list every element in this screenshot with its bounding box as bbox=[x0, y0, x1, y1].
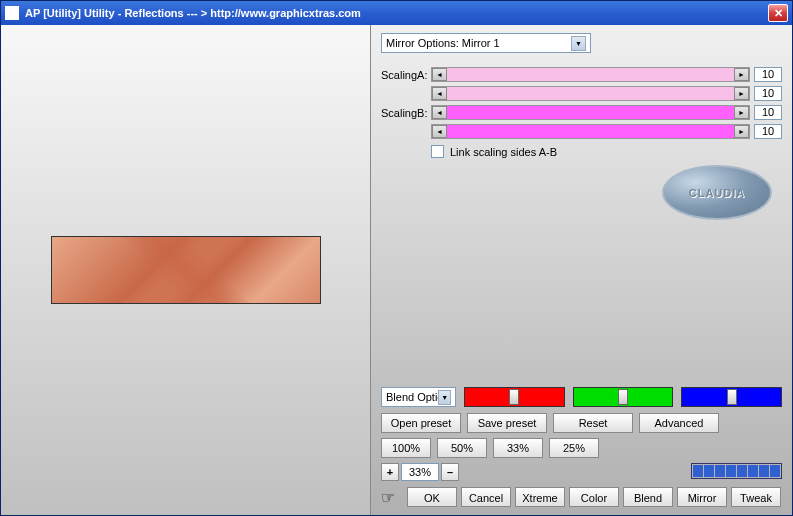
dropdown-value: Mirror Options: Mirror 1 bbox=[386, 37, 500, 49]
scaling-b-label: ScalingB: bbox=[381, 107, 431, 119]
chevron-down-icon: ▼ bbox=[438, 390, 451, 405]
ok-button[interactable]: OK bbox=[407, 487, 457, 507]
preview-image bbox=[51, 236, 321, 304]
close-button[interactable]: ✕ bbox=[768, 4, 788, 22]
scaling-b-value-2[interactable]: 10 bbox=[754, 124, 782, 139]
scroll-left-icon[interactable]: ◄ bbox=[432, 68, 447, 81]
scaling-a-row-2: ◄ ► 10 bbox=[381, 86, 782, 101]
close-icon: ✕ bbox=[774, 7, 783, 20]
content-area: Mirror Options: Mirror 1 ▼ ScalingA: ◄ ►… bbox=[1, 25, 792, 515]
scaling-a-value-1[interactable]: 10 bbox=[754, 67, 782, 82]
percent-row: 100% 50% 33% 25% bbox=[381, 438, 782, 458]
scroll-left-icon[interactable]: ◄ bbox=[432, 106, 447, 119]
progress-segment bbox=[704, 465, 714, 477]
progress-segment bbox=[726, 465, 736, 477]
progress-segment bbox=[759, 465, 769, 477]
scroll-right-icon[interactable]: ► bbox=[734, 68, 749, 81]
scaling-a-row-1: ScalingA: ◄ ► 10 bbox=[381, 67, 782, 82]
pointer-icon: ☞ bbox=[381, 488, 403, 507]
titlebar: AP [Utility] Utility - Reflections --- >… bbox=[1, 1, 792, 25]
reset-button[interactable]: Reset bbox=[553, 413, 633, 433]
bottom-controls: Blend Option ▼ Open preset Save preset R… bbox=[381, 387, 782, 507]
scaling-b-value-1[interactable]: 10 bbox=[754, 105, 782, 120]
mirror-button[interactable]: Mirror bbox=[677, 487, 727, 507]
cancel-button[interactable]: Cancel bbox=[461, 487, 511, 507]
scaling-a-slider-2[interactable]: ◄ ► bbox=[431, 86, 750, 101]
progress-bar bbox=[691, 463, 782, 479]
scaling-b-row-2: ◄ ► 10 bbox=[381, 124, 782, 139]
claudia-badge: CLAUDIA bbox=[662, 165, 772, 220]
scaling-a-slider-1[interactable]: ◄ ► bbox=[431, 67, 750, 82]
progress-segment bbox=[748, 465, 758, 477]
app-icon bbox=[5, 6, 19, 20]
slider-track[interactable] bbox=[447, 125, 734, 138]
tweak-button[interactable]: Tweak bbox=[731, 487, 781, 507]
slider-track[interactable] bbox=[447, 87, 734, 100]
link-scaling-checkbox[interactable] bbox=[431, 145, 444, 158]
xtreme-button[interactable]: Xtreme bbox=[515, 487, 565, 507]
scaling-b-row-1: ScalingB: ◄ ► 10 bbox=[381, 105, 782, 120]
save-preset-button[interactable]: Save preset bbox=[467, 413, 547, 433]
open-preset-button[interactable]: Open preset bbox=[381, 413, 461, 433]
color-button[interactable]: Color bbox=[569, 487, 619, 507]
scaling-b-slider-2[interactable]: ◄ ► bbox=[431, 124, 750, 139]
progress-segment bbox=[737, 465, 747, 477]
zoom-value[interactable]: 33% bbox=[401, 463, 439, 481]
scroll-right-icon[interactable]: ► bbox=[734, 125, 749, 138]
pct-100-button[interactable]: 100% bbox=[381, 438, 431, 458]
scroll-right-icon[interactable]: ► bbox=[734, 87, 749, 100]
slider-thumb[interactable] bbox=[727, 389, 737, 405]
slider-track[interactable] bbox=[447, 106, 734, 119]
scaling-b-slider-1[interactable]: ◄ ► bbox=[431, 105, 750, 120]
scaling-a-label: ScalingA: bbox=[381, 69, 431, 81]
zoom-out-button[interactable]: – bbox=[441, 463, 459, 481]
preview-panel bbox=[1, 25, 371, 515]
slider-thumb[interactable] bbox=[509, 389, 519, 405]
window-title: AP [Utility] Utility - Reflections --- >… bbox=[25, 7, 768, 19]
scroll-right-icon[interactable]: ► bbox=[734, 106, 749, 119]
controls-panel: Mirror Options: Mirror 1 ▼ ScalingA: ◄ ►… bbox=[371, 25, 792, 515]
link-scaling-label: Link scaling sides A-B bbox=[450, 146, 557, 158]
progress-segment bbox=[715, 465, 725, 477]
app-window: AP [Utility] Utility - Reflections --- >… bbox=[0, 0, 793, 516]
mirror-options-dropdown[interactable]: Mirror Options: Mirror 1 ▼ bbox=[381, 33, 591, 53]
blend-option-dropdown[interactable]: Blend Option ▼ bbox=[381, 387, 456, 407]
progress-segment bbox=[693, 465, 703, 477]
blend-button[interactable]: Blend bbox=[623, 487, 673, 507]
pct-25-button[interactable]: 25% bbox=[549, 438, 599, 458]
scaling-a-value-2[interactable]: 10 bbox=[754, 86, 782, 101]
progress-segment bbox=[770, 465, 780, 477]
slider-thumb[interactable] bbox=[618, 389, 628, 405]
link-scaling-row: Link scaling sides A-B bbox=[431, 145, 782, 158]
dropdown-value: Blend Option bbox=[386, 391, 438, 403]
advanced-button[interactable]: Advanced bbox=[639, 413, 719, 433]
chevron-down-icon: ▼ bbox=[571, 36, 586, 51]
pct-33-button[interactable]: 33% bbox=[493, 438, 543, 458]
blue-slider[interactable] bbox=[681, 387, 782, 407]
blend-sliders-row: Blend Option ▼ bbox=[381, 387, 782, 407]
scroll-left-icon[interactable]: ◄ bbox=[432, 125, 447, 138]
green-slider[interactable] bbox=[573, 387, 674, 407]
pct-50-button[interactable]: 50% bbox=[437, 438, 487, 458]
action-row: ☞ OK Cancel Xtreme Color Blend Mirror Tw… bbox=[381, 487, 782, 507]
zoom-in-button[interactable]: + bbox=[381, 463, 399, 481]
slider-track[interactable] bbox=[447, 68, 734, 81]
scroll-left-icon[interactable]: ◄ bbox=[432, 87, 447, 100]
red-slider[interactable] bbox=[464, 387, 565, 407]
preset-row: Open preset Save preset Reset Advanced bbox=[381, 413, 782, 433]
